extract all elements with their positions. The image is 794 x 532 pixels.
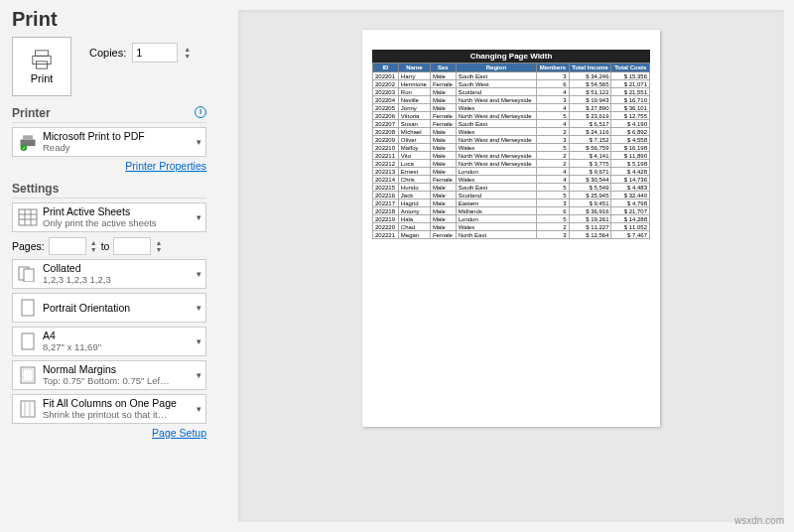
svg-rect-0 — [36, 51, 49, 57]
preview-table: IDNameSexRegionMembersTotal IncomeTotal … — [372, 63, 650, 239]
margins-icon — [17, 364, 39, 386]
printer-properties-link[interactable]: Printer Properties — [12, 160, 206, 172]
fit-columns-icon — [17, 398, 39, 420]
info-icon[interactable]: i — [195, 106, 206, 118]
page-setup-link[interactable]: Page Setup — [12, 427, 206, 439]
table-row: 202203RonMaleScotland4$ 51,122$ 21,551 — [373, 88, 650, 96]
table-row: 202205JonnyMaleWales4$ 27,890$ 36,101 — [373, 104, 650, 112]
chevron-down-icon: ▾ — [197, 137, 201, 147]
table-row: 202201HarryMaleSouth East3$ 34,246$ 15,3… — [373, 72, 650, 80]
pages-to-input[interactable] — [113, 237, 151, 255]
orientation-selector[interactable]: Portrait Orientation ▾ — [12, 293, 206, 323]
table-header: Region — [456, 64, 537, 72]
collation-selector[interactable]: Collated1,2,3 1,2,3 1,2,3 ▾ — [12, 259, 206, 289]
svg-rect-1 — [33, 56, 51, 64]
pages-to-label: to — [101, 240, 110, 252]
paper-size-selector[interactable]: A48,27" x 11,69" ▾ — [12, 327, 206, 356]
table-row: 202220ChadMaleWales2$ 11,227$ 11,052 — [373, 223, 650, 231]
svg-rect-18 — [21, 401, 35, 417]
chevron-down-icon: ▾ — [197, 212, 201, 222]
printer-status: Ready — [43, 142, 172, 153]
table-row: 202208MichaelMaleWales2$ 24,116$ 6,892 — [373, 128, 650, 136]
table-row: 202215HuridoMaleSouth East5$ 5,549$ 4,48… — [373, 184, 650, 192]
table-row: 202202HermioneFemaleSouth West6$ 54,565$… — [373, 80, 650, 88]
table-row: 202217HagridMaleEastern3$ 9,451$ 4,798 — [373, 200, 650, 207]
table-header: Total Income — [569, 64, 611, 72]
printer-heading: Printer i — [12, 106, 206, 123]
chevron-down-icon: ▾ — [197, 303, 201, 313]
svg-text:✓: ✓ — [22, 145, 26, 151]
sheets-icon — [17, 206, 39, 228]
table-row: 202219HalaMaleLondon5$ 19,261$ 14,288 — [373, 215, 650, 223]
chevron-down-icon: ▾ — [197, 269, 201, 279]
table-header: Total Costs — [611, 64, 650, 72]
table-row: 202213ErnestMaleLondon4$ 9,671$ 4,428 — [373, 168, 650, 176]
table-row: 202209OliverMaleNorth West and Merseysid… — [373, 136, 650, 144]
table-row: 202212LucaMaleNorth West and Merseyside2… — [373, 160, 650, 168]
table-row: 202214ChrisFemaleWales4$ 30,544$ 14,736 — [373, 176, 650, 184]
watermark: wsxdn.com — [734, 515, 784, 526]
pages-label: Pages: — [12, 240, 45, 252]
table-header: ID — [373, 64, 399, 72]
printer-icon — [29, 49, 55, 72]
margins-selector[interactable]: Normal MarginsTop: 0.75" Bottom: 0.75" L… — [12, 360, 206, 390]
svg-rect-15 — [22, 333, 34, 349]
printer-name: Microsoft Print to PDF — [43, 131, 197, 142]
pages-from-input[interactable] — [49, 237, 86, 255]
scaling-selector[interactable]: Fit All Columns on One PageShrink the pr… — [12, 394, 206, 424]
table-header: Name — [398, 64, 430, 72]
page-icon — [17, 331, 39, 352]
pages-from-spinner[interactable]: ▲▼ — [90, 239, 97, 253]
copies-input[interactable] — [132, 43, 178, 63]
collated-icon — [17, 263, 39, 285]
table-row: 202221MeganFemaleNorth East3$ 12,564$ 7,… — [373, 231, 650, 239]
table-row: 202211VitoMaleNorth West and Merseyside2… — [373, 152, 650, 160]
chevron-down-icon: ▾ — [197, 404, 201, 414]
pages-to-spinner[interactable]: ▲▼ — [155, 239, 162, 253]
table-row: 202218AntonyMaleMidlands6$ 36,916$ 21,70… — [373, 207, 650, 215]
table-row: 202210MalfoyMaleWales5$ 56,759$ 16,198 — [373, 144, 650, 152]
preview-title: Changing Page Width — [372, 50, 650, 63]
copies-spinner[interactable]: ▲▼ — [184, 46, 191, 60]
svg-rect-4 — [23, 135, 33, 139]
print-button-label: Print — [31, 72, 54, 84]
chevron-down-icon: ▾ — [197, 336, 201, 346]
chevron-down-icon: ▾ — [197, 370, 201, 380]
settings-heading: Settings — [12, 182, 206, 199]
printer-selector[interactable]: ✓ Microsoft Print to PDF Ready ▾ — [12, 127, 206, 157]
svg-rect-13 — [24, 269, 34, 282]
printer-ready-icon: ✓ — [17, 131, 39, 153]
portrait-icon — [17, 297, 39, 319]
preview-page: Changing Page Width IDNameSexRegionMembe… — [362, 30, 660, 427]
print-button[interactable]: Print — [12, 37, 71, 96]
page-title: Print — [12, 8, 206, 31]
table-row: 202207SusanFemaleSouth East4$ 6,517$ 4,1… — [373, 120, 650, 128]
print-scope-selector[interactable]: Print Active SheetsOnly print the active… — [12, 202, 206, 232]
svg-rect-14 — [22, 300, 34, 316]
print-preview-area: Changing Page Width IDNameSexRegionMembe… — [238, 10, 784, 522]
table-row: 202216JackMaleScotland5$ 25,945$ 32,440 — [373, 192, 650, 200]
copies-label: Copies: — [89, 47, 126, 59]
table-header: Sex — [430, 64, 456, 72]
svg-rect-2 — [37, 62, 48, 68]
svg-rect-7 — [19, 209, 37, 225]
table-row: 202204NevilleMaleNorth West and Merseysi… — [373, 96, 650, 104]
table-header: Members — [537, 64, 569, 72]
table-row: 202206VittoriaFemaleNorth West and Merse… — [373, 112, 650, 120]
